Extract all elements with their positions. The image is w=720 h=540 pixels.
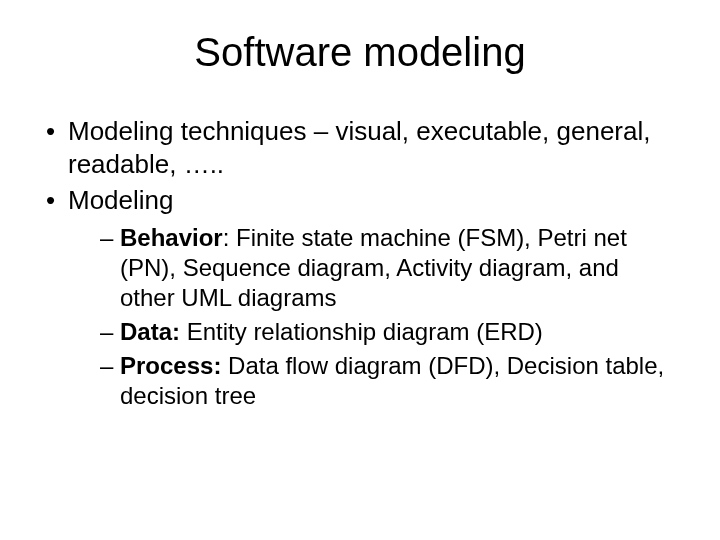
sub-label: Behavior <box>120 224 223 251</box>
sub-bullet-item: Behavior: Finite state machine (FSM), Pe… <box>96 223 680 313</box>
sub-bullet-item: Data: Entity relationship diagram (ERD) <box>96 317 680 347</box>
slide-title: Software modeling <box>40 30 680 75</box>
bullet-item: Modeling techniques – visual, executable… <box>40 115 680 180</box>
main-bullet-list: Modeling techniques – visual, executable… <box>40 115 680 411</box>
sub-bullet-list: Behavior: Finite state machine (FSM), Pe… <box>68 223 680 411</box>
bullet-text: Modeling techniques – visual, executable… <box>68 116 651 179</box>
sub-rest: Entity relationship diagram (ERD) <box>180 318 543 345</box>
bullet-item: Modeling Behavior: Finite state machine … <box>40 184 680 411</box>
sub-bullet-item: Process: Data flow diagram (DFD), Decisi… <box>96 351 680 411</box>
bullet-text: Modeling <box>68 185 174 215</box>
sub-label: Process: <box>120 352 221 379</box>
sub-label: Data: <box>120 318 180 345</box>
